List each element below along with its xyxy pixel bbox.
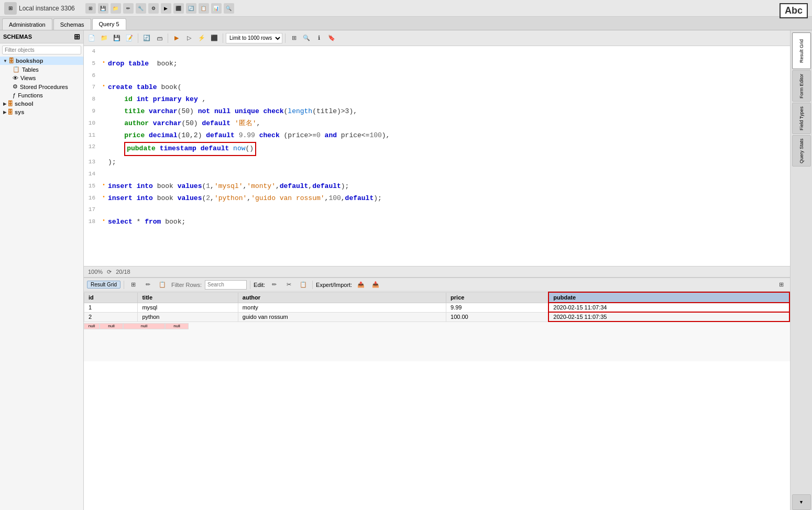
bookmark-btn[interactable]: 🔖 xyxy=(326,32,337,44)
sep2 xyxy=(168,34,168,43)
edit-icon-3[interactable]: 📋 xyxy=(298,279,309,291)
result-table-container: id title author price pubdate 1 mysql mo… xyxy=(84,292,790,330)
editor-line-14: 14 xyxy=(84,169,790,181)
main-tab-bar: Administration Schemas Query 5 xyxy=(0,17,812,30)
tb-icon-6[interactable]: ⚙ xyxy=(148,3,159,14)
editor-status: 100% ⟳ 20/18 xyxy=(84,266,790,278)
top-bar: ⊞ Local instance 3306 ⊞ 💾 📁 ✏ 🔧 ⚙ ▶ ⬛ 🔄 … xyxy=(0,0,812,17)
tab-administration[interactable]: Administration xyxy=(2,18,52,30)
query-stats-btn[interactable]: Query Stats xyxy=(792,135,811,167)
tb-icon-12[interactable]: 🔍 xyxy=(224,3,234,14)
save-btn[interactable]: 💾 xyxy=(111,32,123,44)
editor-line-18: 18 • select * from book; xyxy=(84,216,790,228)
execute-btn[interactable]: ▶ xyxy=(171,32,182,44)
editor-line-8: 8 id int primary key , xyxy=(84,94,790,106)
sep-export xyxy=(312,281,313,289)
cell-pubdate-1: 2020-02-15 11:07:34 xyxy=(548,303,789,312)
tb-icon-10[interactable]: 📋 xyxy=(199,3,209,14)
edit-label: Edit: xyxy=(254,282,265,288)
tb-icon-4[interactable]: ✏ xyxy=(123,3,134,14)
col-id: id xyxy=(84,292,138,303)
sep3 xyxy=(223,34,223,43)
edit-icon-1[interactable]: ✏ xyxy=(268,279,280,291)
save-as-btn[interactable]: 📝 xyxy=(124,32,135,44)
result-icon-1[interactable]: ⊞ xyxy=(127,279,139,291)
form-editor-btn[interactable]: Form Editor xyxy=(792,70,811,102)
export-label: Expert/Import: xyxy=(316,282,352,288)
filter-input[interactable] xyxy=(205,280,247,290)
db-icon-sys: 🗄 xyxy=(7,109,13,115)
tb-icon-5[interactable]: 🔧 xyxy=(136,3,146,14)
views-icon: 👁 xyxy=(13,75,18,81)
sidebar-search-area xyxy=(0,43,83,57)
result-grid-btn[interactable]: Result Grid xyxy=(87,281,120,289)
open-btn[interactable]: 📁 xyxy=(98,32,110,44)
cell-title-2: python xyxy=(138,312,238,321)
sidebar-item-bookshop[interactable]: ▼ 🗄 bookshop xyxy=(0,57,83,65)
scroll-down-btn[interactable]: ▼ xyxy=(792,494,811,510)
content-area: 📄 📁 💾 📝 🔄 🗃 ▶ ▷ ⚡ ⬛ Limit to 1000 rows ⊞… xyxy=(84,30,790,510)
main-layout: SCHEMAS ⊞ ▼ 🗄 bookshop 📋 Tables 👁 Views … xyxy=(0,30,812,510)
tb-icon-1[interactable]: ⊞ xyxy=(85,3,96,14)
schemas-header: SCHEMAS ⊞ xyxy=(0,30,83,43)
inspector-btn[interactable]: ℹ xyxy=(313,32,325,44)
schema-btn[interactable]: 🗃 xyxy=(153,32,165,44)
export-icon-1[interactable]: 📤 xyxy=(355,279,367,291)
cell-id-2: 2 xyxy=(84,312,138,321)
editor-wrapper: 4 5 • drop table book; 6 xyxy=(84,46,790,266)
edit-icon-2[interactable]: ✂ xyxy=(283,279,294,291)
tab-query5[interactable]: Query 5 xyxy=(92,18,126,30)
editor-line-13: 13 ); xyxy=(84,157,790,169)
sidebar-item-stored-procedures[interactable]: ⚙ Stored Procedures xyxy=(8,82,83,91)
query-toolbar: 📄 📁 💾 📝 🔄 🗃 ▶ ▷ ⚡ ⬛ Limit to 1000 rows ⊞… xyxy=(84,30,790,46)
search-btn[interactable]: 🔍 xyxy=(301,32,312,44)
sidebar-item-sys[interactable]: ▶ 🗄 sys xyxy=(0,108,83,116)
field-types-btn[interactable]: Field Types xyxy=(792,103,811,134)
format-btn[interactable]: ⊞ xyxy=(288,32,300,44)
table-row: 2 python guido van rossum 100.00 2020-02… xyxy=(84,312,790,321)
result-toolbar: Result Grid ⊞ ✏ 📋 Filter Rows: Edit: ✏ ✂… xyxy=(84,278,790,292)
db-icon: 🗄 xyxy=(8,58,14,64)
limit-select[interactable]: Limit to 1000 rows xyxy=(226,33,282,43)
new-file-btn[interactable]: 📄 xyxy=(86,32,97,44)
result-grid-panel-btn[interactable]: Result Grid xyxy=(792,32,811,69)
cursor-position: 20/18 xyxy=(116,269,130,275)
table-row: 1 mysql monty 9.99 2020-02-15 11:07:34 xyxy=(84,303,790,312)
tb-icon-9[interactable]: 🔄 xyxy=(186,3,196,14)
grid-view-btn[interactable]: ⊞ xyxy=(775,279,787,291)
execute-sel-btn[interactable]: ▷ xyxy=(183,32,195,44)
app-icon: ⊞ xyxy=(4,2,17,15)
tb-icon-8[interactable]: ⬛ xyxy=(173,3,184,14)
cell-price-1: 9.99 xyxy=(446,303,549,312)
result-table: id title author price pubdate 1 mysql mo… xyxy=(84,292,790,322)
result-icon-2[interactable]: ✏ xyxy=(142,279,153,291)
arrow-icon-school: ▶ xyxy=(3,102,6,106)
sidebar-item-school[interactable]: ▶ 🗄 school xyxy=(0,99,83,108)
reconnect-btn[interactable]: 🔄 xyxy=(141,32,152,44)
tab-schemas[interactable]: Schemas xyxy=(53,18,91,30)
sidebar-item-functions[interactable]: ƒ Functions xyxy=(8,91,83,99)
sidebar-item-views[interactable]: 👁 Views xyxy=(8,74,83,82)
cell-id-1: 1 xyxy=(84,303,138,312)
sidebar: SCHEMAS ⊞ ▼ 🗄 bookshop 📋 Tables 👁 Views … xyxy=(0,30,84,510)
editor-line-15: 15 • insert into book values(1,'mysql','… xyxy=(84,181,790,193)
sep4 xyxy=(285,34,286,43)
sep1 xyxy=(138,34,138,43)
tb-icon-7[interactable]: ▶ xyxy=(161,3,171,14)
col-author: author xyxy=(238,292,446,303)
export-icon-2[interactable]: 📥 xyxy=(370,279,381,291)
abc-logo: Abc xyxy=(780,3,808,18)
editor-line-7: 7 • create table book( xyxy=(84,82,790,94)
sidebar-item-tables[interactable]: 📋 Tables xyxy=(8,65,83,74)
stop-btn[interactable]: ⬛ xyxy=(209,32,220,44)
search-input[interactable] xyxy=(2,46,81,54)
tb-icon-2[interactable]: 💾 xyxy=(98,3,108,14)
tb-icon-11[interactable]: 📊 xyxy=(211,3,222,14)
explain-btn[interactable]: ⚡ xyxy=(196,32,207,44)
cell-pubdate-2: 2020-02-15 11:07:35 xyxy=(548,312,789,321)
editor-line-16: 16 • insert into book values(2,'python',… xyxy=(84,193,790,205)
sql-editor[interactable]: 4 5 • drop table book; 6 xyxy=(84,46,790,228)
editor-line-11: 11 price decimal(10,2) default 9.99 chec… xyxy=(84,130,790,142)
result-icon-3[interactable]: 📋 xyxy=(157,279,168,291)
tb-icon-3[interactable]: 📁 xyxy=(111,3,121,14)
